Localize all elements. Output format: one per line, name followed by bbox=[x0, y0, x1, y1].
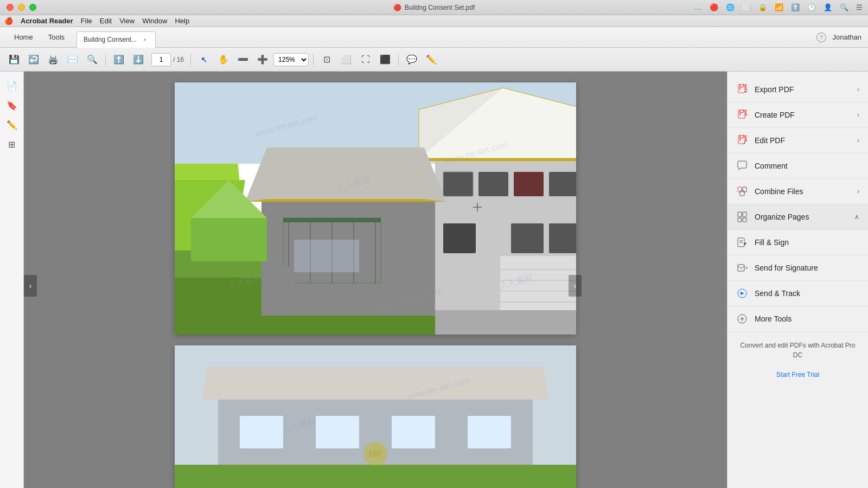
left-sidebar: 📄 🔖 ✏️ ⊞ bbox=[0, 72, 24, 488]
fit-width-button[interactable]: ⬜ bbox=[337, 51, 355, 68]
search-button[interactable]: 🔍 bbox=[84, 51, 101, 68]
svg-marker-7 bbox=[419, 158, 576, 161]
svg-rect-72 bbox=[740, 191, 744, 196]
main-layout: 📄 🔖 ✏️ ⊞ ‹ › bbox=[0, 72, 868, 488]
menu-help[interactable]: Help bbox=[175, 17, 189, 25]
fill-sign-item[interactable]: Fill & Sign bbox=[727, 230, 868, 255]
pdf-page-2: 人人素材 www.mr-set.com MR bbox=[175, 345, 576, 488]
svg-rect-55 bbox=[392, 416, 435, 448]
export-pdf-label: Export PDF bbox=[755, 85, 851, 94]
sidebar-bookmark-button[interactable]: 🔖 bbox=[3, 97, 21, 114]
tb-icon-11: ☰ bbox=[856, 3, 863, 11]
organize-pages-item[interactable]: Organize Pages ∧ bbox=[727, 204, 868, 230]
tab-area: Buildng Consent... × bbox=[76, 27, 156, 48]
combine-files-icon bbox=[736, 185, 748, 197]
tab-close-button[interactable]: × bbox=[141, 36, 149, 43]
title-bar-center: 🔴 Buildng Consent Set.pdf bbox=[393, 4, 475, 11]
menu-window[interactable]: Window bbox=[142, 17, 167, 25]
menu-file[interactable]: File bbox=[81, 17, 92, 25]
svg-text:PDF: PDF bbox=[739, 110, 748, 117]
next-page-arrow[interactable]: › bbox=[569, 275, 582, 297]
viewer-scroll[interactable]: www.mr-set.com 人人素材 www.mr-set.com 人人素材 … bbox=[24, 72, 727, 488]
prev-page-button[interactable]: ⬆️ bbox=[110, 51, 127, 68]
tb-icon-1: ⌨️ bbox=[693, 3, 702, 11]
help-button[interactable]: ? bbox=[816, 33, 826, 42]
more-tools-label: More Tools bbox=[755, 314, 859, 323]
menu-acrobat[interactable]: Acrobat Reader bbox=[21, 17, 73, 25]
traffic-lights[interactable] bbox=[7, 4, 36, 11]
page-nav: / 16 bbox=[151, 53, 184, 66]
zoom-out-button[interactable]: ➖ bbox=[234, 51, 252, 68]
cursor-tool-button[interactable]: ↖ bbox=[195, 51, 213, 68]
svg-rect-20 bbox=[549, 223, 576, 253]
export-pdf-item[interactable]: PDF Export PDF › bbox=[727, 77, 868, 102]
menu-edit[interactable]: Edit bbox=[100, 17, 112, 25]
maximize-window-button[interactable] bbox=[29, 4, 36, 11]
zoom-select[interactable]: 50% 75% 100% 125% 150% 200% bbox=[273, 53, 309, 66]
svg-rect-41 bbox=[191, 218, 267, 261]
page-number-input[interactable] bbox=[151, 53, 171, 66]
save-button[interactable]: 💾 bbox=[5, 51, 23, 68]
tools-nav-button[interactable]: Tools bbox=[41, 27, 72, 48]
svg-rect-15 bbox=[478, 172, 508, 196]
svg-rect-54 bbox=[316, 416, 359, 448]
tab-label: Buildng Consent... bbox=[84, 36, 137, 43]
more-tools-item[interactable]: More Tools bbox=[727, 306, 868, 332]
free-trial-link[interactable]: Start Free Trial bbox=[776, 371, 819, 378]
create-pdf-label: Create PDF bbox=[755, 111, 851, 119]
read-mode-button[interactable]: ⬛ bbox=[376, 51, 394, 68]
export-pdf-arrow: › bbox=[857, 86, 859, 93]
svg-text:PDF: PDF bbox=[739, 84, 748, 92]
tb-icon-6: 📶 bbox=[775, 3, 783, 11]
pen-tool-button[interactable]: ✏️ bbox=[423, 51, 440, 68]
viewer-area[interactable]: ‹ › bbox=[24, 72, 727, 488]
tb-icon-9: 👤 bbox=[824, 3, 832, 11]
sidebar-edit-button[interactable]: ✏️ bbox=[3, 116, 21, 133]
prev-page-arrow[interactable]: ‹ bbox=[24, 275, 37, 297]
promo-area: Convert and edit PDFs with Acrobat Pro D… bbox=[727, 332, 868, 388]
svg-rect-76 bbox=[743, 218, 746, 222]
edit-pdf-arrow: › bbox=[857, 137, 859, 144]
svg-marker-84 bbox=[741, 292, 744, 295]
send-track-item[interactable]: Send & Track bbox=[727, 281, 868, 306]
hand-tool-button[interactable]: ✋ bbox=[215, 51, 232, 68]
svg-rect-17 bbox=[549, 172, 576, 196]
minimize-window-button[interactable] bbox=[18, 4, 25, 11]
comment-tool-button[interactable]: 💬 bbox=[403, 51, 420, 68]
edit-pdf-icon: PDF bbox=[736, 134, 748, 146]
user-name[interactable]: Jonathan bbox=[833, 33, 862, 41]
sidebar-create-button[interactable]: 📄 bbox=[3, 77, 21, 94]
send-track-label: Send & Track bbox=[755, 289, 859, 298]
next-page-button[interactable]: ⬇️ bbox=[130, 51, 147, 68]
pdf-tab[interactable]: Buildng Consent... × bbox=[76, 31, 156, 48]
home-nav-button[interactable]: Home bbox=[7, 27, 41, 48]
undo-button[interactable]: ↩️ bbox=[25, 51, 42, 68]
svg-text:MR: MR bbox=[369, 450, 382, 459]
comment-label: Comment bbox=[755, 162, 859, 170]
email-button[interactable]: ✉️ bbox=[64, 51, 81, 68]
print-button[interactable]: 🖨️ bbox=[44, 51, 62, 68]
zoom-in-button[interactable]: ➕ bbox=[254, 51, 271, 68]
create-pdf-icon: PDF bbox=[736, 109, 748, 121]
svg-rect-73 bbox=[738, 212, 742, 217]
edit-pdf-item[interactable]: PDF Edit PDF › bbox=[727, 128, 868, 153]
sidebar-tools-button[interactable]: ⊞ bbox=[3, 136, 21, 153]
close-window-button[interactable] bbox=[7, 4, 14, 11]
svg-rect-71 bbox=[743, 187, 746, 192]
create-pdf-arrow: › bbox=[857, 111, 859, 119]
svg-rect-16 bbox=[514, 172, 544, 196]
tb-icon-5: 🔒 bbox=[758, 3, 767, 11]
create-pdf-item[interactable]: PDF Create PDF › bbox=[727, 102, 868, 128]
combine-files-item[interactable]: Combine Files › bbox=[727, 179, 868, 204]
fit-page-button[interactable]: ⊡ bbox=[318, 51, 335, 68]
comment-item[interactable]: Comment bbox=[727, 153, 868, 179]
menu-view[interactable]: View bbox=[119, 17, 135, 25]
combine-files-label: Combine Files bbox=[755, 187, 851, 196]
full-screen-button[interactable]: ⛶ bbox=[357, 51, 374, 68]
svg-rect-74 bbox=[743, 212, 746, 217]
apple-logo[interactable]: 🍎 bbox=[4, 17, 13, 25]
svg-rect-13 bbox=[443, 172, 473, 196]
app-menu-bar: 🍎 Acrobat Reader File Edit View Window H… bbox=[0, 15, 868, 27]
send-signature-item[interactable]: Send for Signature bbox=[727, 255, 868, 281]
tb-icon-2: 🔴 bbox=[710, 3, 718, 11]
